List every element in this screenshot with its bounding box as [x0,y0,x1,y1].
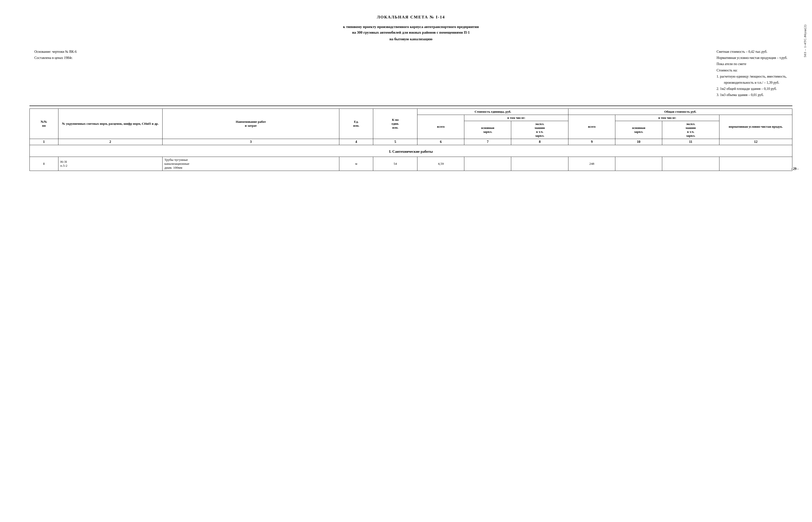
row1-norm-prod [719,157,792,170]
row1-cost-all: 4,59 [418,157,464,170]
col-num-6: 6 [418,139,464,145]
col-header-cost-all: всего [418,115,464,139]
col-header-total-mach-salary: экспл.машинв т.ч.зарпл. [662,121,719,139]
meta-right: Сметная стоимость – 0,42 тыс.руб. Нормат… [716,48,788,98]
meta-year: Составлена в ценах 1984г. [34,55,77,61]
col-header-norm-prod: норма­тивная условно-чистая продук. [719,115,792,139]
meta-norm-prod: Нормативная условно-чистая продукция – т… [716,55,788,61]
col-header-base-salary: основ­наязарпл. [464,121,511,139]
meta-ateli: Пока атели по смете [716,61,788,67]
row1-total-all: 248 [568,157,615,170]
col-num-8: 8 [511,139,568,145]
col-header-cost-include: в том числе: [464,115,568,121]
col-header-mach-salary: экспл.машинв т.ч.зарпл. [511,121,568,139]
main-table: №№пп № укрупненных смет­ных норм, расцен… [29,108,792,171]
row1-total-base [615,157,662,170]
row1-cost-base [464,157,511,170]
col-header-total-base-salary: основ­наязарпл. [615,121,662,139]
side-note: 503 – 1-4ТС.86уш(2) [803,24,807,57]
subtitle2: на бытовую канализацию [29,37,792,41]
meta-drawing: Основание: чертежи № ВК-6 [34,48,77,55]
col-numbers-row: 1 2 3 4 5 6 7 8 9 10 11 12 [30,139,792,145]
subtitle1: к типовому проекту производственного кор… [29,24,792,35]
col-header-unit-cost: Стоимость единицы, руб. [418,108,568,115]
col-header-total-cost: Общая стоимость руб. [568,108,792,115]
meta-cost1b: производительность и т.п./ – 1,39 руб. [716,80,788,86]
col-num-2: 2 [58,139,162,145]
col-header-qty: К-воедин.изм. [373,108,418,139]
section-header-row: I. Сантехнические работы [30,145,792,157]
col-num-7: 7 [464,139,511,145]
col-num-1: 1 [30,139,58,145]
meta-section: Основание: чертежи № ВК-6 Составлена в ц… [29,48,792,98]
col-num-3: 3 [162,139,339,145]
meta-cost-label: Стоимость на: [716,67,788,74]
col-header-total-all: всего [568,115,615,139]
row1-num: I [30,157,58,170]
meta-cost2: 2. 1м2 общей площади здания – 0,10 руб. [716,86,788,92]
table-row: I I6-3Iп.5-2 Трубы чугунныеканализационн… [30,157,792,170]
row1-norm: I6-3Iп.5-2 [58,157,162,170]
row1-unit: м [339,157,373,170]
col-num-9: 9 [568,139,615,145]
col-header-num: №№пп [30,108,58,139]
page-number: - 29 - [791,167,798,171]
page-title: ЛОКАЛЬНАЯ СМЕТА № I-14 [29,15,792,20]
col-header-total-include: в том числе: [615,115,719,121]
header-row-1: №№пп № укрупненных смет­ных норм, расцен… [30,108,792,115]
col-header-norm: № укрупненных смет­ных норм, расценок, ш… [58,108,162,139]
col-header-name: Наименование работи затрат [162,108,339,139]
meta-cost: Сметная стоимость – 0,42 тыс.руб. [716,48,788,55]
meta-cost1: 1. расчетную единицу /мощность, вместимо… [716,74,788,80]
col-num-12: 12 [719,139,792,145]
col-num-11: 11 [662,139,719,145]
section-header: I. Сантехнические работы [30,145,792,157]
col-num-4: 4 [339,139,373,145]
col-num-5: 5 [373,139,418,145]
row1-cost-mach [511,157,568,170]
col-num-10: 10 [615,139,662,145]
row1-total-mach [662,157,719,170]
row1-qty: 54 [373,157,418,170]
meta-cost3: 3. 1м3 объема здания – 0,01 руб. [716,92,788,98]
col-header-unit: Ед.изм. [339,108,373,139]
row1-name: Трубы чугунныеканализационныедиам. 100мм [162,157,339,170]
meta-left: Основание: чертежи № ВК-6 Составлена в ц… [34,48,77,98]
